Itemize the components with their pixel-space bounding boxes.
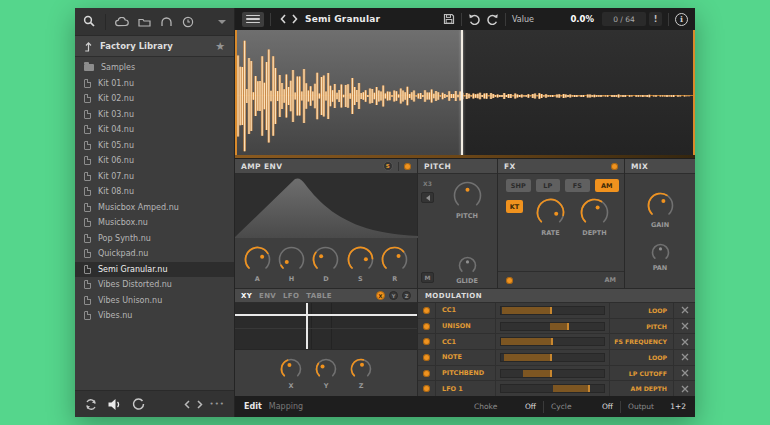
mod-remove-icon[interactable] [674, 350, 695, 365]
mod-amount-slider[interactable] [500, 306, 605, 315]
save-icon[interactable] [443, 13, 455, 25]
favorite-star-icon[interactable]: ★ [215, 41, 225, 52]
list-item-kit-05-nu[interactable]: Kit 05.nu [75, 138, 234, 154]
axis-button-z[interactable]: Z [402, 291, 411, 300]
mod-amount-slider[interactable] [500, 384, 605, 393]
choke-value[interactable]: Off [525, 402, 536, 411]
info-icon[interactable]: i [675, 13, 688, 26]
edit-tab[interactable]: Edit [244, 402, 262, 411]
list-item-samples[interactable]: Samples [75, 60, 234, 76]
browser-dropdown-icon[interactable] [218, 20, 226, 24]
mod-target[interactable]: AM DEPTH [610, 381, 674, 396]
list-item-pop-synth-nu[interactable]: Pop Synth.nu [75, 231, 234, 247]
list-item-kit-04-nu[interactable]: Kit 04.nu [75, 122, 234, 138]
browser-root-row[interactable]: Factory Library ★ [75, 36, 234, 57]
mod-enable-dot[interactable] [423, 323, 430, 330]
fx-mod-dot[interactable] [506, 277, 513, 284]
tab-lfo[interactable]: LFO [283, 292, 299, 300]
mod-target[interactable]: LOOP [610, 303, 674, 318]
list-item-kit-06-nu[interactable]: Kit 06.nu [75, 153, 234, 169]
list-item-kit-02-nu[interactable]: Kit 02.nu [75, 91, 234, 107]
mod-source[interactable]: CC1 [436, 334, 496, 349]
cloud-icon[interactable] [115, 17, 129, 27]
amp-env-enable-dot[interactable] [404, 163, 411, 170]
mod-enable-dot[interactable] [423, 338, 430, 345]
xy-crosshair-vertical[interactable] [306, 303, 308, 349]
alert-button[interactable]: ! [649, 12, 662, 26]
rate-knob[interactable]: RATE [534, 196, 567, 237]
menu-icon[interactable] [242, 12, 264, 27]
mod-amount-slider[interactable] [500, 322, 605, 331]
z-knob[interactable]: Z [348, 356, 374, 390]
list-item-musicbox-nu[interactable]: Musicbox.nu [75, 215, 234, 231]
h-knob[interactable]: H [276, 244, 307, 283]
up-level-icon[interactable] [84, 41, 93, 52]
tab-xy[interactable]: XY [241, 292, 252, 300]
mod-remove-icon[interactable] [674, 366, 695, 381]
more-options-icon[interactable]: ••• [210, 400, 225, 408]
a-knob[interactable]: A [242, 244, 273, 283]
mute-button[interactable]: M [421, 272, 434, 283]
next-icon[interactable] [197, 400, 203, 409]
gain-knob[interactable]: GAIN [645, 190, 676, 229]
folder-icon[interactable] [138, 17, 151, 27]
mod-enable-dot[interactable] [423, 307, 430, 314]
mod-source[interactable]: CC1 [436, 303, 496, 318]
list-item-kit-08-nu[interactable]: Kit 08.nu [75, 184, 234, 200]
list-item-musicbox-amped-nu[interactable]: Musicbox Amped.nu [75, 200, 234, 216]
fx-button-shp[interactable]: SHP [506, 179, 531, 192]
waveform-playhead[interactable] [461, 30, 463, 158]
preset-prev-icon[interactable] [280, 14, 286, 24]
xy-pad[interactable] [235, 303, 417, 350]
d-knob[interactable]: D [310, 244, 341, 283]
preset-next-icon[interactable] [292, 14, 298, 24]
list-item-vibes-unison-nu[interactable]: Vibes Unison.nu [75, 293, 234, 309]
envelope-graph[interactable] [235, 174, 417, 238]
mod-remove-icon[interactable] [674, 303, 695, 318]
fx-button-lp[interactable]: LP [536, 179, 561, 192]
tab-env[interactable]: ENV [259, 292, 276, 300]
mod-enable-dot[interactable] [423, 385, 430, 392]
mod-remove-icon[interactable] [674, 381, 695, 396]
solo-badge[interactable]: S [383, 161, 393, 171]
prev-icon[interactable] [184, 400, 190, 409]
list-item-vibes-nu[interactable]: Vibes.nu [75, 308, 234, 324]
redo-icon[interactable] [486, 13, 499, 25]
mod-target[interactable]: PITCH [610, 319, 674, 334]
clock-icon[interactable] [182, 16, 194, 28]
pan-knob[interactable]: PAN [649, 241, 672, 272]
undo-icon[interactable] [468, 13, 481, 25]
keytrack-button[interactable]: KT [506, 200, 523, 213]
mod-target[interactable]: FS FREQUENCY [610, 334, 674, 349]
mod-remove-icon[interactable] [674, 319, 695, 334]
fx-enable-dot[interactable] [611, 163, 618, 170]
xy-crosshair-horizontal[interactable] [235, 314, 417, 316]
mod-source[interactable]: UNISON [436, 319, 496, 334]
mapping-tab[interactable]: Mapping [269, 402, 303, 411]
depth-knob[interactable]: DEPTH [578, 196, 611, 237]
axis-button-y[interactable]: Y [389, 291, 398, 300]
list-item-vibes-distorted-nu[interactable]: Vibes Distorted.nu [75, 277, 234, 293]
list-item-kit-03-nu[interactable]: Kit 03.nu [75, 107, 234, 123]
mod-target[interactable]: LOOP [610, 350, 674, 365]
list-item-quickpad-nu[interactable]: Quickpad.nu [75, 246, 234, 262]
search-icon[interactable] [83, 15, 96, 28]
mod-amount-slider[interactable] [500, 369, 605, 378]
mod-target[interactable]: LP CUTOFF [610, 366, 674, 381]
mod-source[interactable]: LFO 1 [436, 381, 496, 396]
list-item-kit-07-nu[interactable]: Kit 07.nu [75, 169, 234, 185]
tab-table[interactable]: TABLE [306, 292, 332, 300]
y-knob[interactable]: Y [313, 356, 339, 390]
refresh-icon[interactable] [84, 398, 98, 411]
waveform-display[interactable] [235, 30, 695, 158]
glide-knob[interactable]: GLIDE [456, 254, 479, 285]
mod-amount-slider[interactable] [500, 353, 605, 362]
list-item-kit-01-nu[interactable]: Kit 01.nu [75, 76, 234, 92]
loop-icon[interactable] [131, 397, 145, 411]
mod-remove-icon[interactable] [674, 334, 695, 349]
r-knob[interactable]: R [379, 244, 410, 283]
mod-amount-slider[interactable] [500, 337, 605, 346]
mod-enable-dot[interactable] [423, 370, 430, 377]
list-item-semi-granular-nu[interactable]: Semi Granular.nu [75, 262, 234, 278]
axis-button-x[interactable]: X [376, 291, 385, 300]
